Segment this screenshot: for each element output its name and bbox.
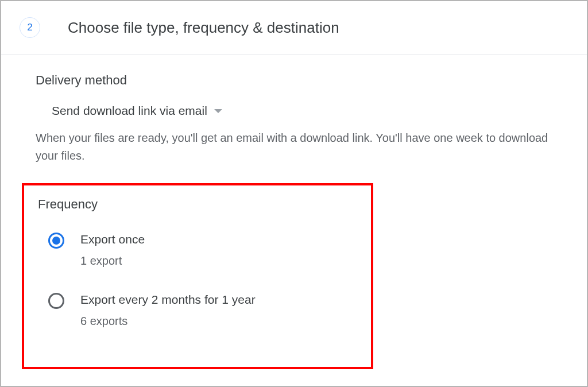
radio-unselected-icon	[48, 293, 64, 309]
step-title: Choose file type, frequency & destinatio…	[68, 19, 339, 37]
radio-text-group: Export every 2 months for 1 year 6 expor…	[80, 293, 256, 328]
radio-text-group: Export once 1 export	[80, 233, 145, 268]
step-number-badge: 2	[20, 17, 40, 38]
step-content: Delivery method Send download link via e…	[1, 55, 587, 369]
delivery-method-dropdown[interactable]: Send download link via email	[52, 104, 222, 118]
chevron-down-icon	[214, 109, 222, 113]
delivery-method-value: Send download link via email	[52, 104, 207, 118]
radio-label: Export every 2 months for 1 year	[80, 293, 256, 307]
settings-panel: 2 Choose file type, frequency & destinat…	[0, 0, 588, 387]
radio-sublabel: 1 export	[80, 254, 145, 268]
radio-selected-icon	[48, 233, 64, 249]
frequency-option-once[interactable]: Export once 1 export	[48, 233, 357, 268]
step-number: 2	[27, 22, 32, 33]
step-header: 2 Choose file type, frequency & destinat…	[1, 1, 587, 55]
frequency-option-bimonthly[interactable]: Export every 2 months for 1 year 6 expor…	[48, 293, 357, 328]
radio-label: Export once	[80, 233, 145, 246]
frequency-label: Frequency	[38, 197, 357, 212]
frequency-highlight: Frequency Export once 1 export Export ev…	[22, 183, 373, 369]
delivery-helper-text: When your files are ready, you'll get an…	[36, 129, 552, 165]
radio-sublabel: 6 exports	[80, 315, 256, 328]
delivery-method-label: Delivery method	[36, 73, 557, 88]
